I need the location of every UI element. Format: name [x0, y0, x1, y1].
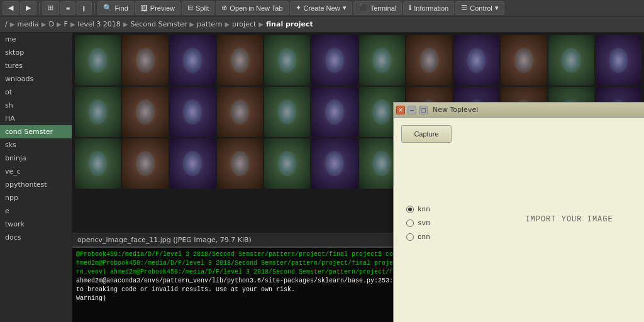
radio-group: knn svm cnn	[406, 206, 430, 241]
toolbar: ◀ ▶ ⊞ ≡ ⫿ 🔍 Find 🖼 Preview ⊟ Split ⊕ Ope…	[0, 0, 644, 16]
control-button[interactable]: ☰ Control ▾	[455, 1, 504, 15]
main-area: me sktop tures wnloads ot sh HA cond Sem…	[0, 33, 644, 322]
radio-svm-label: svm	[418, 219, 430, 227]
thumb-30[interactable]	[311, 138, 357, 189]
file-browser: opencv_image_face_11.jpg (JPEG Image, 79…	[72, 33, 644, 322]
columns-view-button[interactable]: ⫿	[77, 1, 92, 15]
thumb-29[interactable]	[264, 138, 310, 189]
separator-6: ▶	[189, 21, 194, 28]
separator-7: ▶	[225, 21, 230, 28]
capture-button[interactable]: Capture	[401, 125, 452, 143]
radio-cnn[interactable]: cnn	[406, 233, 430, 241]
thumb-17[interactable]	[264, 87, 310, 137]
thumb-13[interactable]	[75, 87, 121, 137]
split-button[interactable]: ⊟ Split	[182, 1, 214, 15]
back-button[interactable]: ◀	[3, 1, 19, 15]
thumb-14[interactable]	[122, 87, 168, 137]
sidebar-item-downloads[interactable]: wnloads	[0, 72, 72, 86]
create-arrow-icon: ▾	[343, 4, 347, 12]
sidebar-item-pictures[interactable]: tures	[0, 59, 72, 72]
dialog-window: ✕ − □ New Toplevel Capture IMPORT YOUR I…	[393, 102, 644, 322]
separator-5: ▶	[123, 21, 128, 28]
dialog-minimize-button[interactable]: −	[408, 106, 416, 114]
breadcrumb-level3[interactable]: level 3 2018	[78, 20, 121, 28]
list-view-button[interactable]: ≡	[60, 1, 75, 15]
sidebar-item-bninja[interactable]: bninja	[0, 152, 72, 165]
thumb-11[interactable]	[548, 35, 594, 86]
preview-icon: 🖼	[141, 4, 148, 12]
thumb-9[interactable]	[453, 35, 499, 86]
sidebar-item-tasks[interactable]: sks	[0, 138, 72, 152]
thumb-25[interactable]	[75, 138, 121, 189]
preview-button[interactable]: 🖼 Preview	[135, 1, 180, 15]
sidebar-item-trash[interactable]: sh	[0, 99, 72, 112]
sidebar-item-network[interactable]: twork	[0, 218, 72, 231]
dialog-body: Capture IMPORT YOUR IMAGE knn svm	[394, 118, 644, 322]
create-new-button[interactable]: ✦ Create New ▾	[290, 1, 352, 15]
thumb-6[interactable]	[311, 35, 357, 86]
thumb-3[interactable]	[170, 35, 216, 86]
thumb-28[interactable]	[217, 138, 263, 189]
thumb-27[interactable]	[170, 138, 216, 189]
dialog-maximize-button[interactable]: □	[419, 106, 428, 114]
thumb-15[interactable]	[170, 87, 216, 137]
radio-knn[interactable]: knn	[406, 206, 430, 213]
sidebar-item-desktop[interactable]: sktop	[0, 46, 72, 59]
grid-icon: ⊞	[48, 4, 53, 12]
thumb-12[interactable]	[596, 35, 641, 86]
information-button[interactable]: ℹ Information	[403, 1, 454, 15]
separator-1: ▶	[10, 21, 15, 28]
info-icon: ℹ	[409, 4, 411, 12]
separator-8: ▶	[258, 21, 264, 28]
thumb-1[interactable]	[75, 35, 121, 86]
dialog-titlebar: ✕ − □ New Toplevel	[394, 103, 644, 118]
breadcrumb-f[interactable]: F	[64, 20, 68, 28]
forward-icon: ▶	[26, 4, 31, 12]
terminal-button[interactable]: ⬛ Terminal	[353, 1, 402, 15]
split-icon: ⊟	[187, 4, 193, 12]
open-tab-icon: ⊕	[221, 4, 227, 12]
breadcrumb-d[interactable]: D	[48, 20, 53, 28]
breadcrumb-final[interactable]: final project	[266, 20, 313, 28]
list-icon: ≡	[66, 4, 70, 12]
forward-button[interactable]: ▶	[20, 1, 36, 15]
open-new-tab-button[interactable]: ⊕ Open in New Tab	[216, 1, 288, 15]
thumb-18[interactable]	[311, 87, 357, 137]
thumb-16[interactable]	[217, 87, 263, 137]
sidebar-item-ve-c[interactable]: ve_c	[0, 165, 72, 178]
status-text: opencv_image_face_11.jpg (JPEG Image, 79…	[77, 236, 252, 244]
thumb-8[interactable]	[406, 35, 452, 86]
radio-knn-label: knn	[418, 206, 430, 213]
breadcrumb-root[interactable]: /	[5, 20, 8, 28]
sidebar-item-me[interactable]: me	[0, 33, 72, 46]
thumb-5[interactable]	[264, 35, 310, 86]
breadcrumb-media[interactable]: media	[17, 20, 38, 28]
sidebar-item-npp[interactable]: npp	[0, 191, 72, 204]
thumb-10[interactable]	[501, 35, 547, 86]
thumb-4[interactable]	[217, 35, 263, 86]
radio-svm[interactable]: svm	[406, 219, 430, 227]
separator-3: ▶	[57, 21, 62, 28]
dialog-close-button[interactable]: ✕	[396, 106, 405, 114]
control-arrow-icon: ▾	[495, 4, 499, 12]
sidebar-item-root[interactable]: ot	[0, 86, 72, 99]
sidebar-item-docs[interactable]: docs	[0, 231, 72, 244]
image-placeholder: IMPORT YOUR IMAGE	[457, 149, 644, 290]
thumb-7[interactable]	[359, 35, 405, 86]
radio-cnn-circle	[406, 233, 414, 241]
thumb-26[interactable]	[122, 138, 168, 189]
separator-4: ▶	[70, 21, 75, 28]
breadcrumb-second-semster[interactable]: Second Semster	[130, 20, 187, 28]
sidebar-item-ha[interactable]: HA	[0, 112, 72, 125]
find-button[interactable]: 🔍 Find	[97, 1, 133, 15]
breadcrumb-project[interactable]: project	[232, 20, 256, 28]
back-icon: ◀	[8, 4, 13, 12]
grid-view-button[interactable]: ⊞	[42, 1, 59, 15]
separator-2: ▶	[42, 21, 47, 28]
sidebar-item-ppythontest[interactable]: ppythontest	[0, 178, 72, 191]
sidebar-item-second-semster[interactable]: cond Semster	[0, 125, 72, 138]
thumb-2[interactable]	[122, 35, 168, 86]
sidebar-item-e[interactable]: e	[0, 204, 72, 218]
radio-svm-circle	[406, 219, 414, 227]
breadcrumb-pattern[interactable]: pattern	[197, 20, 222, 28]
